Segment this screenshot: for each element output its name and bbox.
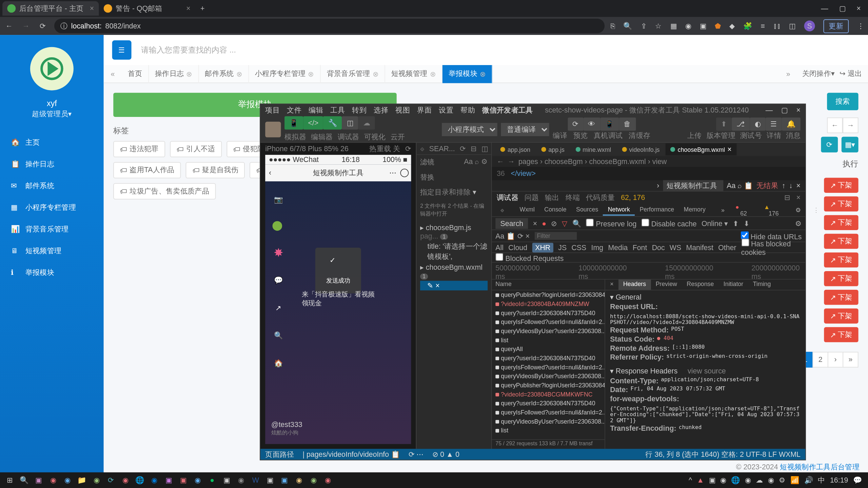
taskbar-app[interactable]: ◉ [46, 473, 60, 488]
tray-icon[interactable]: ◉ [768, 476, 774, 484]
close-icon[interactable]: ⊗ [373, 69, 379, 78]
ext-icon[interactable]: ≡ [761, 22, 765, 30]
sidebar-item-0[interactable]: 🏠主页 [0, 131, 104, 153]
target-icon[interactable] [400, 169, 409, 177]
network-search[interactable]: Search [495, 218, 528, 229]
clear-cache-button[interactable]: 🗑 [619, 118, 636, 131]
ext-icon[interactable]: ▣ [700, 22, 707, 30]
sidebar-item-6[interactable]: ℹ举报模块 [0, 262, 104, 283]
request-row[interactable]: queryPublisher?loginUserId=23063084 [492, 290, 605, 300]
tree-node[interactable]: title: '请选择一个滤镜模板', [420, 241, 488, 263]
type-filter[interactable]: Manifest [686, 243, 713, 251]
sidepanel-icon[interactable]: ◫ [789, 22, 796, 30]
start-button[interactable]: ⊞ [2, 473, 17, 488]
more-tabs[interactable]: » [716, 205, 729, 215]
device-select[interactable]: iPhone 6/7/8 Plus 85% 26 [265, 145, 349, 153]
address-bar[interactable]: ⓘ localhost:8082/index [54, 19, 605, 33]
tag[interactable]: 🏷引人不适 [170, 141, 222, 157]
compile-button[interactable]: ⟳ [568, 118, 583, 131]
sidebar-item-3[interactable]: ▦小程序专栏管理 [0, 197, 104, 218]
zoom-icon[interactable]: 🔍 [623, 22, 632, 30]
panel-tab[interactable]: 输出 [545, 192, 559, 203]
debugger-toggle[interactable]: 🔧 [323, 116, 342, 129]
menu-item[interactable]: 项目 [265, 105, 280, 115]
request-row[interactable]: queryVideosByUser?userId=2306308.. [492, 417, 605, 426]
editor-toggle[interactable]: </> [303, 116, 323, 129]
forward-button[interactable]: → [20, 22, 31, 30]
request-row[interactable]: queryVideosByUser?userId=2306308.. [492, 372, 605, 381]
nav-fwd[interactable]: → [508, 157, 515, 166]
nav-back[interactable]: ← [497, 157, 504, 166]
search-icon[interactable]: 🔍 [273, 329, 285, 342]
request-row[interactable]: ?videoId=230804BCGMMKWFNC [492, 390, 605, 399]
panel-tab[interactable]: 调试器 [497, 192, 518, 203]
word-icon[interactable]: W [248, 473, 263, 488]
message-button[interactable]: 🔔 [782, 118, 801, 131]
file-tab[interactable]: videoInfo.js [617, 144, 665, 155]
ext-icon[interactable]: ◉ [685, 22, 691, 30]
share-icon[interactable]: ↗ [273, 302, 285, 314]
reload-button[interactable]: ⟳ [37, 22, 48, 30]
request-row[interactable]: queryVideosByUser?userId=2306308.. [492, 327, 605, 336]
type-filter[interactable]: Cloud [508, 243, 527, 251]
maximize-icon[interactable]: ▢ [839, 4, 846, 13]
detail-button[interactable]: ☰ [766, 118, 782, 131]
logout-button[interactable]: ↪ 退出 [840, 69, 862, 79]
file-tab[interactable]: chooseBgm.wxml × [666, 143, 736, 156]
page-tab[interactable]: 举报模块 ⊗ [442, 65, 493, 83]
panel-tab[interactable]: 代码质量 [586, 192, 615, 203]
page-tab[interactable]: 小程序专栏管理 ⊗ [249, 65, 321, 83]
tray-icon[interactable]: ▲ [697, 476, 704, 484]
offline-button[interactable]: ↗下架 [824, 234, 858, 249]
page-tab[interactable]: 首页 [122, 65, 149, 83]
page-tab[interactable]: 背景音乐管理 ⊗ [321, 65, 385, 83]
ext-icon[interactable]: ⫿⫿ [773, 22, 781, 30]
type-filter[interactable]: CSS [571, 243, 586, 251]
bookmark-icon[interactable]: ☆ [655, 22, 662, 30]
offline-button[interactable]: ↗下架 [824, 290, 858, 305]
tree-node[interactable]: ▸ chooseBgm.wxml 1 [420, 263, 488, 281]
maximize-icon[interactable]: ▢ [781, 106, 788, 115]
menu-item[interactable]: 微信开发者工具 [482, 105, 533, 115]
menu-icon[interactable]: ⋮ [857, 22, 864, 30]
user-role[interactable]: 超级管理员▾ [32, 109, 72, 119]
menu-item[interactable]: 编辑 [309, 105, 323, 115]
close-icon[interactable]: ⊗ [236, 69, 242, 78]
type-filter[interactable]: Other [718, 243, 736, 251]
close-icon[interactable]: × [727, 145, 731, 154]
test-button[interactable]: ◐ [750, 118, 766, 131]
request-row[interactable]: list [492, 336, 605, 345]
devtab-console[interactable]: Console [539, 204, 571, 216]
menu-item[interactable]: 文件 [287, 105, 301, 115]
tree-node[interactable]: ✎ × [420, 281, 488, 290]
taskbar-app[interactable]: ⟳ [104, 473, 118, 488]
ime-icon[interactable]: 中 [818, 475, 825, 485]
file-tab[interactable]: app.js [536, 144, 569, 155]
close-icon[interactable]: ⊗ [308, 69, 314, 78]
camera-icon[interactable]: 📷 [273, 194, 285, 206]
offline-button[interactable]: ↗下架 [824, 178, 858, 192]
offline-button[interactable]: ↗下架 [824, 252, 858, 267]
grid-view-button[interactable]: ▦▾ [842, 137, 859, 152]
request-row[interactable]: ?videoId=230804BA409MNZMW [492, 300, 605, 309]
search-tab[interactable]: SEAR... [429, 144, 455, 153]
collapse-icon[interactable]: ⊟ [471, 144, 477, 153]
taskbar-app[interactable]: ◉ [118, 473, 133, 488]
file-tab[interactable]: mine.wxml [571, 144, 616, 155]
tray-icon[interactable]: ◉ [720, 476, 726, 484]
preview-button[interactable]: 👁 [583, 118, 600, 131]
phone-simulator[interactable]: ●●●●● WeChat 16:18 100% ■ ‹ 短视频制作工具 ⋯ [265, 155, 411, 444]
back-icon[interactable]: ‹ [269, 169, 271, 177]
taskbar-app[interactable]: ▣ [277, 473, 292, 488]
split-icon[interactable]: ◫ [481, 144, 488, 153]
devtab-wxml[interactable]: Wxml [515, 204, 539, 216]
browser-tab-mail[interactable]: 警告 - QQ邮箱 × [99, 1, 195, 16]
refresh-icon[interactable]: ⟳ [460, 144, 466, 153]
back-button[interactable]: ← [4, 22, 15, 30]
close-icon[interactable]: × [796, 194, 800, 202]
type-filter[interactable]: JS [558, 243, 567, 251]
flower-icon[interactable] [273, 246, 285, 259]
export-icon[interactable]: ⬇ [744, 219, 750, 227]
file-tab[interactable]: app.json [495, 144, 535, 155]
simulator-toggle[interactable]: 📱 [284, 116, 303, 129]
